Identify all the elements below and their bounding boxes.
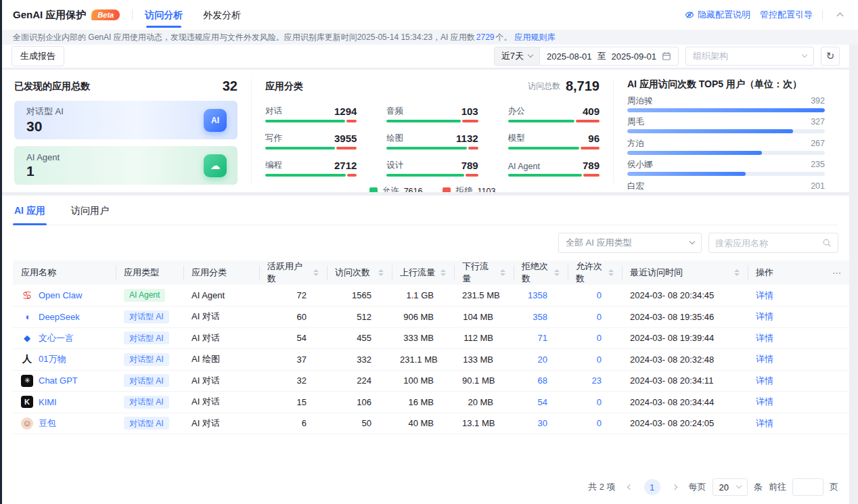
table-row[interactable]: 豆包 对话型 AI AI 对话 6 50 40 MB 13.1 MB 30 0 …: [13, 413, 849, 434]
search-icon[interactable]: [822, 238, 832, 248]
allowed-count-link[interactable]: 23: [592, 375, 602, 386]
detail-link[interactable]: 详情: [756, 290, 773, 300]
column-header[interactable]: 活跃用户数: [259, 260, 327, 285]
sort-icon[interactable]: [500, 269, 505, 276]
column-header[interactable]: 应用分类: [183, 260, 259, 285]
detail-link[interactable]: 详情: [756, 375, 773, 386]
per-page-select[interactable]: 20: [713, 478, 748, 496]
last-access-time: 2024-03- 08 20:24:05: [622, 413, 748, 434]
denied-count-link[interactable]: 68: [538, 375, 547, 386]
sort-icon[interactable]: [608, 269, 614, 276]
discovered-title: 已发现的应用总数: [14, 81, 90, 93]
table-row[interactable]: Open Claw AI Agent AI Agent 72 1565 1.1 …: [13, 285, 849, 306]
category-value: 2712: [334, 160, 357, 171]
column-header[interactable]: 应用名称: [13, 260, 116, 285]
date-range-picker[interactable]: 2025-08-01 至 2025-09-01: [540, 50, 678, 62]
column-header[interactable]: 拒绝次数: [514, 260, 568, 285]
org-structure-select[interactable]: 组织架构: [685, 47, 814, 66]
allowed-count-link[interactable]: 0: [597, 333, 602, 343]
column-settings-icon[interactable]: ⋯: [821, 260, 849, 285]
column-header[interactable]: 上行流量: [392, 260, 454, 285]
app-name-link[interactable]: 豆包: [39, 417, 56, 430]
visits-total-label: 访问总数: [528, 81, 560, 92]
app-type-stat-card[interactable]: 对话型 AI 30: [14, 101, 238, 139]
main-tabs: 访问分析 外发分析: [145, 0, 241, 30]
table-row[interactable]: DeepSeek 对话型 AI AI 对话 60 512 906 MB 104 …: [13, 306, 849, 328]
table-row[interactable]: KIMI 对话型 AI AI 对话 15 106 16 MB 20 MB 54 …: [13, 392, 849, 413]
detail-link[interactable]: 详情: [756, 418, 773, 428]
per-page-unit: 条: [754, 481, 763, 493]
denied-count-link[interactable]: 54: [538, 397, 547, 407]
detail-link[interactable]: 详情: [756, 311, 773, 321]
page-number[interactable]: 1: [644, 479, 660, 495]
column-header[interactable]: 最近访问时间: [622, 260, 748, 285]
app-category: AI 对话: [183, 392, 259, 413]
allowed-count-link[interactable]: 0: [597, 397, 602, 407]
category-item: AI Agent 789: [508, 160, 600, 177]
column-header[interactable]: 应用类型: [116, 260, 183, 285]
app-name-link[interactable]: KIMI: [39, 397, 57, 407]
column-header[interactable]: 下行流量: [454, 260, 514, 285]
column-header[interactable]: 访问次数: [327, 260, 392, 285]
toolbar: 生成报告 近7天 2025-08-01 至 2025-09-01 组织架构 ↻: [2, 45, 849, 68]
allowed-count-link[interactable]: 0: [597, 418, 602, 428]
range-preset-select[interactable]: 近7天: [495, 47, 540, 65]
app-name-link[interactable]: 01万物: [39, 353, 66, 365]
prev-page-icon[interactable]: [622, 479, 638, 495]
user-bar-fill: [627, 108, 825, 112]
control-config-guide-link[interactable]: 管控配置引导: [760, 9, 813, 21]
user-visit-count: 201: [811, 181, 825, 191]
table-row[interactable]: 01万物 对话型 AI AI 绘图 37 332 231.1 MB 133 MB…: [13, 349, 849, 371]
table-filters: 全部 AI 应用类型: [13, 225, 838, 260]
detail-link[interactable]: 详情: [756, 333, 773, 343]
download-traffic: 90.1 MB: [454, 370, 514, 392]
table-row[interactable]: Chat GPT 对话型 AI AI 对话 32 224 100 MB 90.1…: [13, 370, 849, 392]
last-access-time: 2024-03- 08 20:34:45: [622, 285, 748, 306]
column-header[interactable]: 允许次数: [568, 260, 622, 285]
category-value: 789: [583, 160, 600, 171]
tab-access-users[interactable]: 访问用户: [70, 202, 110, 225]
date-end: 2025-09-01: [612, 51, 657, 62]
tab-outbound-analysis[interactable]: 外发分析: [203, 0, 241, 30]
app-name-link[interactable]: 文心一言: [39, 332, 74, 344]
sort-icon[interactable]: [554, 269, 560, 276]
sort-icon[interactable]: [734, 269, 740, 276]
table-row[interactable]: 文心一言 对话型 AI AI 对话 54 455 333 MB 112 MB 7…: [13, 327, 849, 349]
denied-count-link[interactable]: 71: [538, 333, 547, 343]
app-rule-library-link[interactable]: 应用规则库: [515, 32, 556, 43]
next-page-icon[interactable]: [667, 479, 683, 495]
detail-link[interactable]: 详情: [756, 396, 773, 407]
category-item: 对话 1294: [265, 106, 357, 122]
app-name-link[interactable]: DeepSeek: [39, 312, 80, 322]
denied-count-link[interactable]: 20: [538, 354, 547, 365]
last-access-time: 2024-03- 08 20:34:44: [622, 392, 748, 413]
category-item: 编程 2712: [265, 160, 357, 177]
app-type-stat-card[interactable]: AI Agent 1: [14, 146, 238, 185]
sort-icon[interactable]: [378, 269, 384, 276]
app-type-filter-select[interactable]: 全部 AI 应用类型: [558, 233, 702, 253]
generate-report-button[interactable]: 生成报告: [12, 46, 64, 66]
hide-config-link[interactable]: 隐藏配置说明: [685, 9, 750, 21]
app-name-link[interactable]: Open Claw: [39, 290, 82, 300]
sort-icon[interactable]: [313, 269, 319, 276]
denied-count-link[interactable]: 358: [533, 312, 547, 322]
active-users: 72: [259, 285, 327, 306]
app-category: AI Agent: [183, 285, 259, 306]
tab-ai-apps[interactable]: AI 应用: [13, 202, 47, 225]
tab-access-analysis[interactable]: 访问分析: [145, 0, 183, 30]
goto-page-input[interactable]: [792, 478, 823, 496]
column-header[interactable]: 操作: [748, 260, 821, 285]
denied-count-link[interactable]: 1358: [528, 290, 547, 300]
active-users: 37: [259, 349, 327, 371]
sort-icon[interactable]: [441, 269, 446, 276]
search-input[interactable]: [715, 238, 817, 248]
allowed-count-link[interactable]: 0: [597, 312, 602, 322]
denied-count-link[interactable]: 30: [538, 418, 547, 428]
app-name-link[interactable]: Chat GPT: [39, 375, 78, 386]
collapse-chevron-up-icon[interactable]: [832, 7, 847, 22]
allowed-count-link[interactable]: 0: [597, 354, 602, 365]
allowed-count-link[interactable]: 0: [597, 290, 602, 300]
stat-value: 1: [26, 163, 60, 179]
detail-link[interactable]: 详情: [756, 354, 773, 364]
refresh-button[interactable]: ↻: [821, 47, 840, 66]
